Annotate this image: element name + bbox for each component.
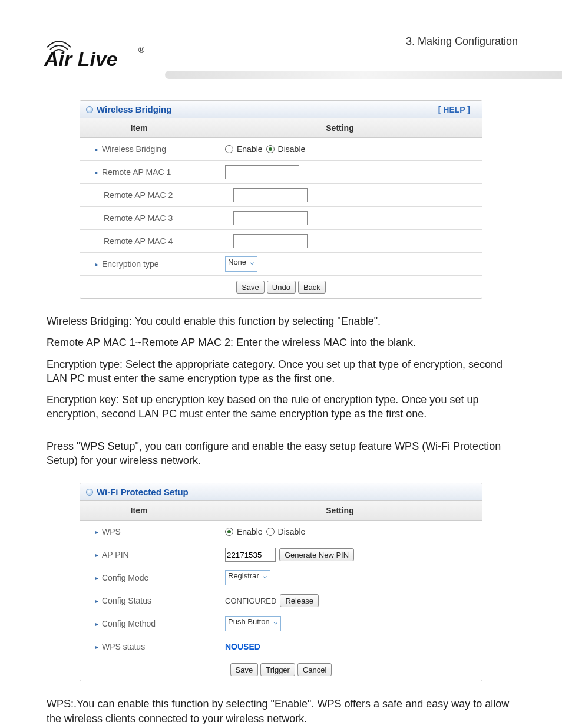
column-item: Item [80, 118, 198, 137]
chevron-down-icon: ⌵ [273, 617, 278, 626]
caret-icon: ▸ [95, 575, 98, 581]
wps-disable-label: Disable [278, 527, 306, 536]
mac4-label: Remote AP MAC 4 [104, 236, 173, 246]
chapter-title: 3. Making Configuration [406, 35, 518, 48]
wps-panel: Wi-Fi Protected Setup Item Setting ▸WPS … [80, 483, 482, 681]
config-method-label: Config Method [102, 619, 156, 628]
wps-enable-radio[interactable] [225, 528, 233, 536]
mac4-input[interactable] [233, 234, 308, 248]
mac1-input[interactable] [225, 165, 299, 179]
caret-icon: ▸ [95, 529, 98, 535]
bullet-icon [86, 106, 93, 113]
save-button[interactable]: Save [230, 663, 259, 676]
config-status-value: CONFIGURED [225, 597, 276, 605]
caret-icon: ▸ [95, 621, 98, 627]
column-item: Item [80, 501, 198, 520]
desc-wps-intro: Press "WPS Setup", you can configure and… [44, 436, 518, 472]
config-mode-select[interactable]: Registrar⌵ [225, 570, 270, 585]
desc-wps: WPS:.You can enable this function by sel… [44, 693, 518, 728]
caret-icon: ▸ [95, 552, 98, 558]
desc-enckey: Encryption key: Set up encryption key ba… [44, 389, 518, 425]
chevron-down-icon: ⌵ [263, 571, 267, 580]
config-mode-label: Config Mode [102, 573, 148, 582]
ap-pin-label: AP PIN [102, 550, 129, 559]
wps-enable-label: Enable [237, 527, 263, 536]
brand-logo: Air Live ® [44, 29, 162, 73]
bullet-icon [86, 489, 93, 496]
caret-icon: ▸ [95, 261, 98, 268]
enable-label: Enable [237, 144, 263, 154]
header-divider [165, 71, 562, 79]
desc-bridging: Wireless Bridging: You could enable this… [44, 311, 518, 332]
mac1-label: Remote AP MAC 1 [102, 167, 171, 177]
encryption-label: Encryption type [102, 259, 159, 269]
config-method-select[interactable]: Push Button⌵ [225, 616, 281, 631]
mac3-label: Remote AP MAC 3 [104, 213, 173, 223]
caret-icon: ▸ [95, 598, 98, 604]
disable-radio[interactable] [266, 145, 275, 153]
undo-button[interactable]: Undo [267, 281, 296, 294]
column-setting: Setting [198, 501, 482, 520]
ap-pin-input[interactable] [225, 548, 276, 562]
wps-disable-radio[interactable] [266, 528, 275, 536]
wps-status-label: WPS status [102, 642, 145, 651]
caret-icon: ▸ [95, 644, 98, 650]
config-status-label: Config Status [102, 596, 151, 605]
mac2-label: Remote AP MAC 2 [104, 190, 173, 200]
chevron-down-icon: ⌵ [250, 258, 254, 266]
mac2-input[interactable] [233, 188, 308, 202]
cancel-button[interactable]: Cancel [297, 663, 332, 676]
disable-label: Disable [278, 144, 306, 154]
desc-mac: Remote AP MAC 1~Remote AP MAC 2: Enter t… [44, 332, 518, 353]
panel-title-text: Wireless Bridging [97, 104, 171, 114]
desc-enctype: Encryption type: Select the appropriate … [44, 354, 518, 390]
wireless-bridging-label: Wireless Bridging [102, 144, 166, 154]
svg-text:Air Live: Air Live [44, 48, 118, 70]
wps-label: WPS [102, 527, 121, 536]
svg-text:®: ® [138, 45, 145, 55]
caret-icon: ▸ [95, 146, 98, 153]
help-link[interactable]: [ HELP ] [438, 105, 470, 114]
enable-radio[interactable] [225, 145, 233, 153]
wireless-bridging-panel: Wireless Bridging [ HELP ] Item Setting … [80, 100, 482, 299]
encryption-select[interactable]: None⌵ [225, 256, 257, 272]
release-button[interactable]: Release [280, 594, 319, 607]
caret-icon: ▸ [95, 169, 98, 176]
column-setting: Setting [198, 118, 482, 137]
trigger-button[interactable]: Trigger [260, 663, 295, 676]
back-button[interactable]: Back [298, 281, 326, 294]
wps-status-value: NOUSED [225, 642, 260, 651]
panel-title-text: Wi-Fi Protected Setup [97, 487, 189, 497]
mac3-input[interactable] [233, 211, 308, 225]
generate-pin-button[interactable]: Generate New PIN [279, 548, 354, 561]
save-button[interactable]: Save [236, 281, 265, 294]
